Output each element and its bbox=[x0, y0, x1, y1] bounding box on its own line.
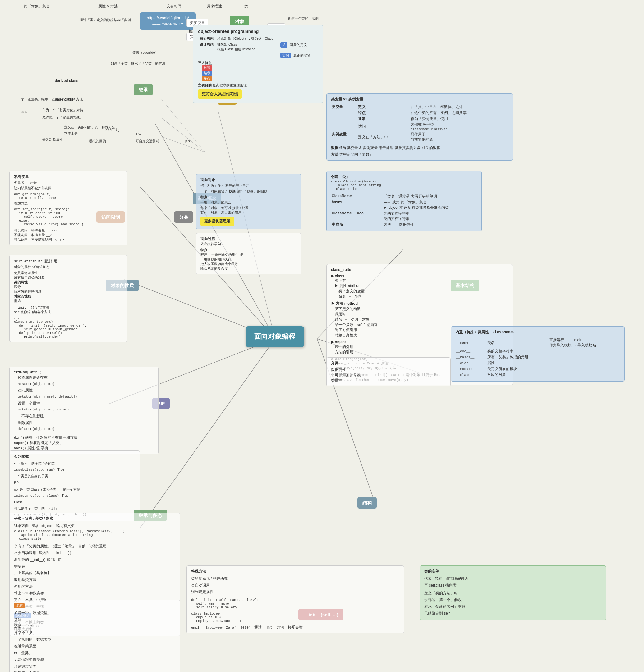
direct-run: 直接运行 → __main__ bbox=[549, 337, 619, 343]
emp-code6: Employee.empCount += 1 bbox=[196, 619, 399, 623]
data-related: 类及其实例对象 bbox=[395, 146, 421, 150]
name-attr: __name__ bbox=[456, 337, 487, 348]
first-param-self-desc: 永远的「第一个」参数 bbox=[424, 597, 601, 604]
issubclass-true: True bbox=[58, 468, 64, 471]
code2: def __init__(self, input_gender): bbox=[19, 324, 123, 327]
issubclass: issubclass(sub, sup) bbox=[14, 468, 55, 472]
feature-label: 特点 bbox=[358, 110, 410, 116]
poly-tag2: 多态 bbox=[14, 603, 25, 608]
method-class-desc: 类中定义的「函数」 bbox=[339, 152, 373, 157]
call-base-method: 调用基类方法 bbox=[14, 577, 176, 584]
private-desc: 让内部属性不被外部访问 bbox=[14, 186, 123, 190]
derived-class-node: derived class bbox=[53, 78, 80, 84]
access-class: className.classVar bbox=[410, 128, 508, 131]
url-line2: —— made by ZY bbox=[145, 21, 191, 27]
one-instance-desc: 一个实例的「数据类型」 bbox=[14, 636, 176, 643]
create-instance-desc: 创建一个类的「实例」 bbox=[286, 15, 324, 22]
init-code2: self.name = name bbox=[196, 602, 399, 605]
process-feature1: 程序 = 一系列命令的集合 即 bbox=[201, 252, 297, 257]
categorize-panel: 分类 数据属性 可以添加、修改 类属性 bbox=[326, 357, 451, 386]
subclass-code1: class SubClassName (ParentClass1[, Paren… bbox=[14, 529, 176, 533]
center-node: 面向对象编程 bbox=[246, 326, 304, 347]
def-label: 定义在「方法」中 bbox=[358, 132, 410, 142]
another-class-desc: 还是一个 class bbox=[14, 623, 176, 630]
doc-attr-desc: 类的文档字符串 bbox=[487, 349, 549, 354]
init-code3: self.salary = salary bbox=[196, 605, 399, 609]
class-name-desc: 「类名」通常是 大写开头的单词 bbox=[383, 194, 476, 199]
only-for: 只作用于 bbox=[410, 132, 508, 137]
emp-code4: class Employee: bbox=[191, 612, 399, 615]
isinstance-desc2: 可以是多个「类」的「元组」 bbox=[14, 505, 135, 512]
getattr: getattr(obj, name[, default]) bbox=[18, 394, 154, 400]
class-attr-label2: 类的属性 bbox=[14, 280, 123, 285]
ps-label: p.s. bbox=[183, 138, 193, 144]
init-method: __init__() bbox=[14, 306, 35, 310]
oop-feature1: 一组「对象」的集合 bbox=[201, 200, 297, 206]
access-control-panel: 私有变量 变量名 __ 开头 让内部属性不被外部访问 def get_name(… bbox=[9, 171, 128, 245]
usage-desc: 作为「实例变量」使用 bbox=[410, 116, 508, 121]
pass-params: 接受参数 bbox=[288, 625, 303, 629]
init-panel: 特殊方法 类的初始化 / 构造函数 会自动调用 强制规定属性 def __ini… bbox=[187, 565, 404, 634]
class-tag: 类 bbox=[281, 42, 287, 48]
class-name-label: ClassName bbox=[332, 194, 383, 199]
or-class-desc: or「父类」 bbox=[14, 650, 176, 657]
class-structure-desc: 通过「类」定义的数据结构「实例」 bbox=[78, 17, 140, 23]
override-detail: 如果「子类」继承了「父类」的方法 bbox=[109, 61, 167, 67]
desc-attr-method: 属性 & 方法 bbox=[96, 3, 120, 10]
polymorphism-panel: 多态 又是一种「数据类型」 导致 还是一个 class 是某个「类」 一个实例的… bbox=[9, 600, 180, 672]
code1: class Human(object): bbox=[14, 320, 123, 324]
derived-init-label: 派生类的 __init__() 如门用使 bbox=[14, 556, 176, 563]
show-instance: 表示「创建的实例」本身 bbox=[424, 603, 601, 610]
issubclass-self-desc: 一个类是其自身的子类 bbox=[14, 473, 135, 479]
not-encouraged: 不要随意访问 _x bbox=[32, 237, 57, 242]
hasattr-check: 检查属性是否存在 bbox=[18, 374, 154, 381]
already-ref: 已经绑定到 self bbox=[424, 610, 601, 617]
process-label: 面向过程 bbox=[201, 237, 297, 242]
operator-override: 可自定义运算符 bbox=[134, 138, 161, 144]
as-module: 作为导入模块 → 导入模块名 bbox=[549, 343, 619, 348]
isa-desc1: 作为一个「基类对象」对待 bbox=[40, 107, 85, 113]
no-override-label: 不会自动调用 基类的 __init__() bbox=[14, 550, 176, 556]
current-instance: 当前实例的象 bbox=[410, 137, 508, 142]
name-desc: 类名 bbox=[487, 337, 549, 348]
oop-title: object-oriented programming bbox=[198, 29, 318, 34]
inherit-desc: 一个「派生类」继承「基类」的属性 & 方法 bbox=[15, 96, 93, 102]
attr-attribute: ▶ 属性 attribute bbox=[335, 283, 508, 289]
upper-self: 带上 self 参数实参 bbox=[14, 590, 176, 597]
url-line1: https://woaieif.github.io/ bbox=[145, 15, 191, 21]
class-attr-desc: self.attribute 通过引用 bbox=[14, 258, 123, 265]
core-idea-desc: 相比对象（Object），归为类（Class） bbox=[215, 36, 278, 41]
design-idea-2: 根据 Class 创建 Instance bbox=[217, 47, 277, 51]
members-desc2: 数据属性 bbox=[399, 223, 414, 227]
distinguish-label: 区分 bbox=[14, 285, 123, 289]
svg-line-9 bbox=[162, 99, 205, 152]
data-process: 用于处理 bbox=[379, 146, 393, 150]
oop-feature2: 每个「对象」都可以 接收 / 处理 bbox=[201, 206, 297, 210]
svg-line-4 bbox=[140, 339, 275, 528]
def-set: def set_score(self, score): bbox=[14, 207, 123, 211]
define-desc: 在「类」中且在「函数体」之外 bbox=[410, 104, 508, 110]
process-desc: 依次执行语句 bbox=[201, 242, 297, 247]
svg-line-0 bbox=[155, 124, 275, 339]
data-class: 类变量 & 实例变量 bbox=[347, 146, 378, 150]
process-feature4: 把大块函数切割成小函数 bbox=[201, 262, 297, 266]
isa-desc2: 允许把一个「派生类对象」 bbox=[40, 114, 85, 120]
class-suite-code: class_suite bbox=[336, 187, 477, 191]
forced-attr: 强制规定属性 bbox=[191, 589, 399, 596]
oop-desc3: 一个「对象包含了 数据 操作「数据」的函数 bbox=[201, 189, 297, 194]
init-desc: self 使你传递给各个方法 bbox=[14, 310, 123, 314]
model-purpose: 模拟的目的 bbox=[87, 138, 108, 144]
define-label: 定义 bbox=[358, 104, 410, 110]
bif-panel: *attr(obj,'attr'...) 检查属性是否存在 hasattr(ob… bbox=[9, 367, 158, 454]
access-label: 访问 bbox=[358, 122, 410, 131]
vars-desc: 属性-值 字典 bbox=[27, 446, 48, 450]
obj-attr-label: 对象的性质 bbox=[14, 294, 123, 299]
doc-attr: __doc__ bbox=[456, 349, 487, 354]
if-check: if 0 <= score <= 100: bbox=[19, 211, 123, 215]
ps2: p.s. bbox=[60, 237, 66, 242]
isinstance-true: True bbox=[61, 494, 68, 497]
method-call-desc: 调用时 bbox=[335, 312, 508, 317]
attr-label-struct: ▶ class bbox=[331, 274, 508, 278]
dict-attr-desc: 属性 bbox=[487, 360, 549, 366]
three-features-label: 三大特点 bbox=[198, 61, 212, 64]
